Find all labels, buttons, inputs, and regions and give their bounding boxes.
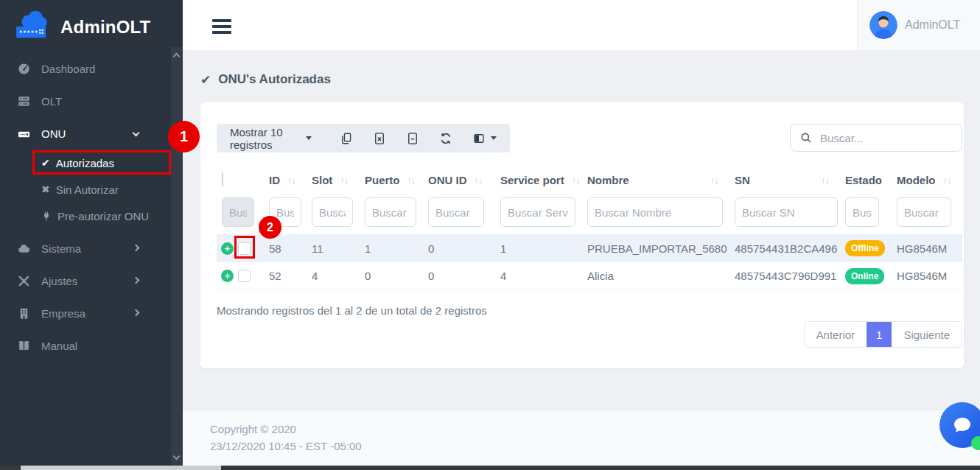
online-indicator bbox=[971, 436, 980, 450]
sidebar-item-empresa[interactable]: Empresa bbox=[0, 297, 171, 329]
horizontal-scrollbar-thumb[interactable] bbox=[21, 466, 221, 470]
sidebar-subitem-sin-autorizar[interactable]: ✖ Sin Autorizar bbox=[0, 176, 171, 203]
scroll-down-icon[interactable] bbox=[173, 453, 181, 460]
chat-bubble-icon bbox=[951, 414, 973, 436]
caret-down-icon bbox=[306, 136, 312, 140]
table-row: 52 4 0 0 4 Alicia 48575443C796D991 Onlin… bbox=[217, 262, 962, 290]
cell-nombre: Alicia bbox=[582, 270, 729, 282]
column-header-id[interactable]: ID bbox=[264, 174, 307, 186]
sidebar-item-sistema[interactable]: Sistema bbox=[0, 232, 171, 264]
column-header-puerto[interactable]: Puerto bbox=[360, 174, 423, 186]
cell-service-port: 4 bbox=[495, 270, 582, 282]
search-input[interactable] bbox=[820, 132, 938, 144]
column-header-onu-id[interactable]: ONU ID bbox=[423, 174, 495, 186]
column-header-estado[interactable]: Estado bbox=[840, 174, 892, 186]
status-badge: Online bbox=[845, 268, 884, 284]
column-header-nombre[interactable]: Nombre bbox=[582, 174, 729, 186]
scroll-up-icon[interactable] bbox=[173, 53, 181, 60]
user-name: AdminOLT bbox=[905, 18, 960, 32]
chevron-right-icon bbox=[133, 277, 140, 284]
sidebar-scrollbar[interactable] bbox=[171, 47, 183, 466]
sidebar: AdminOLT Dashboard OLT ONU ✔ Autorizadas bbox=[0, 0, 183, 466]
column-header-service-port[interactable]: Service port bbox=[495, 174, 582, 186]
cell-nombre: PRUEBA_IMPORTAR_5680 bbox=[582, 242, 729, 255]
pagination: Anterior 1 Siguiente bbox=[804, 321, 962, 348]
copy-icon[interactable] bbox=[340, 132, 353, 145]
sort-icon bbox=[572, 175, 581, 186]
menu-toggle-button[interactable] bbox=[212, 19, 231, 37]
filter-onu-id-input[interactable] bbox=[428, 197, 484, 227]
filter-modelo-input[interactable] bbox=[897, 197, 951, 227]
sidebar-subitem-pre-autorizar[interactable]: Pre-autorizar ONU bbox=[0, 203, 171, 229]
book-icon bbox=[16, 338, 31, 353]
cell-onu-id: 0 bbox=[423, 242, 495, 255]
sidebar-item-olt[interactable]: OLT bbox=[0, 85, 171, 117]
table-filter-row bbox=[217, 197, 962, 227]
columns-icon bbox=[472, 132, 486, 145]
table-toolbar: Mostrar 10 registros bbox=[217, 124, 510, 152]
chevron-right-icon bbox=[133, 245, 140, 252]
router-icon bbox=[16, 126, 31, 141]
cell-service-port: 1 bbox=[495, 242, 582, 255]
cell-sn: 48575443C796D991 bbox=[729, 270, 840, 282]
cell-id: 52 bbox=[264, 270, 307, 282]
filter-estado-input[interactable] bbox=[845, 197, 879, 227]
annotation-rect-autorizadas bbox=[32, 150, 171, 175]
table-info: Mostrando registros del 1 al 2 de un tot… bbox=[217, 304, 487, 317]
app-title: AdminOLT bbox=[60, 17, 150, 38]
footer: Copyright © 2020 23/12/2020 10:45 - EST … bbox=[183, 410, 980, 466]
page-title: ✔ ONU's Autorizadas bbox=[200, 72, 331, 87]
sort-icon bbox=[475, 175, 483, 186]
annotation-step-2: 2 bbox=[259, 216, 281, 239]
column-visibility-button[interactable] bbox=[472, 132, 497, 145]
pagination-next-button[interactable]: Siguiente bbox=[892, 322, 962, 347]
filter-service-port-input[interactable] bbox=[500, 197, 575, 227]
building-icon bbox=[16, 306, 31, 320]
topbar: AdminOLT bbox=[183, 0, 980, 50]
annotation-step-1: 1 bbox=[168, 121, 200, 152]
length-menu-button[interactable]: Mostrar 10 registros bbox=[230, 126, 312, 151]
app-logo[interactable]: AdminOLT bbox=[15, 10, 150, 44]
table-header-row: ID Slot Puerto ONU ID Service port Nombr… bbox=[217, 165, 962, 194]
cell-puerto: 1 bbox=[360, 242, 423, 255]
filter-nombre-input[interactable] bbox=[587, 197, 723, 227]
search-icon bbox=[799, 131, 813, 144]
expand-row-button[interactable] bbox=[221, 242, 234, 255]
filter-sn-input[interactable] bbox=[735, 197, 838, 227]
filter-slot-input[interactable] bbox=[312, 197, 353, 227]
horizontal-scrollbar[interactable] bbox=[0, 466, 980, 470]
row-checkbox[interactable] bbox=[238, 270, 251, 282]
x-icon: ✖ bbox=[41, 183, 50, 195]
sort-icon bbox=[340, 175, 349, 186]
user-menu[interactable]: AdminOLT bbox=[857, 0, 980, 50]
column-header-modelo[interactable]: Modelo bbox=[892, 174, 962, 186]
excel-icon[interactable] bbox=[373, 132, 386, 145]
column-header-slot[interactable]: Slot bbox=[307, 174, 360, 186]
pagination-previous-button[interactable]: Anterior bbox=[805, 322, 867, 347]
select-all-checkbox[interactable] bbox=[222, 172, 223, 186]
expand-row-button[interactable] bbox=[221, 270, 234, 282]
sidebar-item-manual[interactable]: Manual bbox=[0, 329, 171, 362]
cell-slot: 4 bbox=[307, 270, 360, 282]
cell-sn: 485754431B2CA496 bbox=[729, 242, 840, 255]
server-icon bbox=[16, 94, 31, 108]
table-row: 58 11 1 0 1 PRUEBA_IMPORTAR_5680 4857544… bbox=[217, 234, 962, 262]
logo-icon bbox=[15, 10, 52, 44]
sidebar-item-dashboard[interactable]: Dashboard bbox=[0, 52, 171, 85]
annotation-rect-checkbox bbox=[234, 236, 255, 259]
column-header-sn[interactable]: SN bbox=[729, 174, 840, 186]
filter-select-input bbox=[222, 197, 254, 227]
status-badge: Offline bbox=[845, 240, 885, 256]
global-search bbox=[790, 124, 962, 152]
filter-puerto-input[interactable] bbox=[365, 197, 416, 227]
cell-modelo: HG8546M bbox=[892, 270, 962, 282]
file-icon[interactable] bbox=[406, 132, 419, 145]
chevron-down-icon bbox=[133, 130, 140, 137]
avatar bbox=[869, 11, 897, 39]
refresh-icon[interactable] bbox=[439, 132, 452, 145]
cloud-icon bbox=[16, 241, 31, 256]
sidebar-item-ajustes[interactable]: Ajustes bbox=[0, 264, 171, 297]
sidebar-item-onu[interactable]: ONU bbox=[0, 117, 171, 150]
pagination-page-1-button[interactable]: 1 bbox=[867, 322, 892, 347]
sidebar-nav: Dashboard OLT ONU ✔ Autorizadas ✖ Sin Au… bbox=[0, 52, 171, 362]
